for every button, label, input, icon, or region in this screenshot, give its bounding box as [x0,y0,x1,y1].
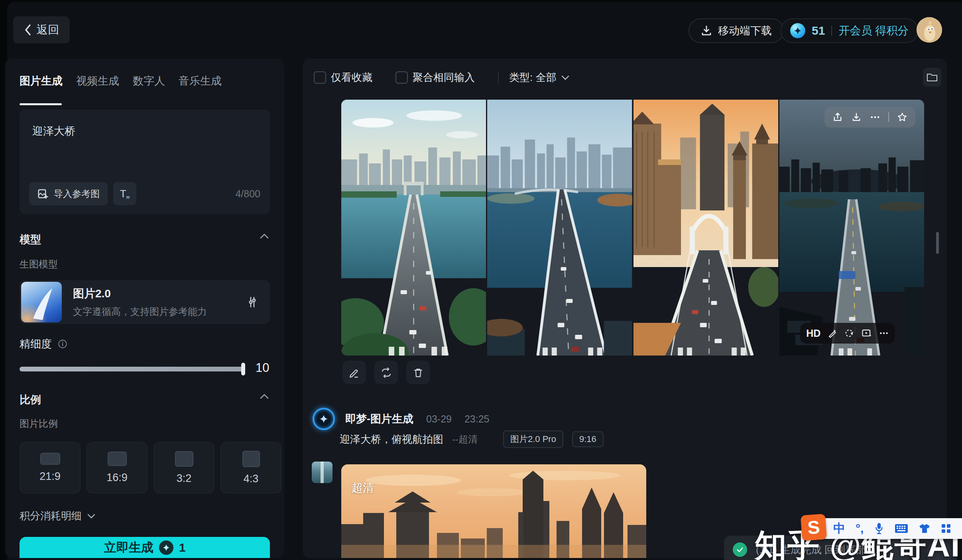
keyboard-icon[interactable] [895,523,908,534]
fineness-row: 精细度 [20,337,68,351]
record2-input-thumbnail[interactable] [312,462,332,483]
ratio-option-21-9[interactable]: 21:9 [20,442,81,493]
text-quote-icon: T„ [120,188,130,200]
ratio-tag[interactable]: 9:16 [572,431,604,447]
model-thumbnail [21,282,62,322]
info-icon[interactable] [57,339,68,349]
magic-edit-icon[interactable] [827,328,838,339]
favorites-checkbox[interactable] [314,71,326,84]
aggregate-checkbox[interactable] [395,71,408,84]
ratio-glyph-16-9 [108,452,127,466]
favorites-label[interactable]: 仅看收藏 [331,71,372,84]
ime-punctuation-toggle[interactable]: °, [856,522,864,535]
import-reference-label: 导入参考图 [54,188,100,200]
model-selector-card[interactable]: 图片2.0 文字遵循高，支持图片参考能力 [20,280,270,324]
fineness-slider-track[interactable] [20,367,245,371]
generated-image-1[interactable] [341,100,486,356]
download-icon[interactable] [851,112,862,123]
ratio-glyph-21-9 [40,453,60,465]
tab-music-generation[interactable]: 音乐生成 [179,74,222,95]
prompt-toolbar: 导入参考图 T„ 4/800 [29,182,260,205]
scrollbar-thumb[interactable] [936,232,939,254]
model-settings-icon[interactable] [246,296,259,308]
ratio-collapse-chevron-icon[interactable] [259,393,270,401]
regenerate-button[interactable] [374,361,398,384]
ratio-options: 21:9 16:9 3:2 4:3 [20,442,281,493]
generate-button[interactable]: 立即生成 1 [20,537,270,558]
ratio-option-3-2[interactable]: 3:2 [153,442,214,493]
record-time: 23:25 [464,413,490,425]
type-filter-dropdown[interactable]: 类型: 全部 [509,71,570,84]
favorite-star-icon[interactable] [897,112,908,123]
app-root: 返回 移动端下载 51 开会员 得积分 图片生成 视频生成 数字人 音乐生 [0,0,962,560]
tab-video-generation[interactable]: 视频生成 [76,74,119,95]
generated-image-2[interactable] [487,100,632,356]
record2-quality-label: 超清 [352,480,374,495]
fineness-label: 精细度 [20,337,52,351]
sogou-logo[interactable]: S [801,514,827,541]
trash-icon [412,367,424,379]
ratio-glyph-4-3 [242,451,260,467]
model-section-title: 模型 [20,232,41,247]
delete-button[interactable] [406,361,430,384]
prompt-text[interactable]: 迎泽大桥 [32,124,75,138]
generated-image-4[interactable] [779,100,924,356]
more-options-icon[interactable] [870,112,881,123]
generated-image-3[interactable] [633,100,778,356]
sidebar-tabs: 图片生成 视频生成 数字人 音乐生成 [20,74,222,95]
membership-label[interactable]: 开会员 得积分 [838,23,909,38]
microphone-icon[interactable] [874,522,884,535]
record-date: 03-29 [426,413,452,425]
jimeng-logo-icon [313,408,335,430]
filter-divider [498,72,499,84]
char-counter: 4/800 [235,188,260,200]
generate-cost: 1 [179,541,186,554]
image-hover-toolbar-bottom: HD [800,323,895,344]
model-info: 图片2.0 文字遵循高，支持图片参考能力 [73,286,207,318]
model-tag[interactable]: 图片2.0 Pro [503,430,563,448]
share-icon[interactable] [832,112,843,123]
toolbar-divider [888,112,889,122]
active-tab-underline [20,103,62,105]
tab-image-generation[interactable]: 图片生成 [20,74,63,95]
credits-detail-toggle[interactable]: 积分消耗明细 [20,509,96,523]
record-prompt-row: 迎泽大桥，俯视航拍图 --超清 图片2.0 Pro 9:16 [340,430,604,448]
back-button[interactable]: 返回 [13,16,70,43]
model-collapse-chevron-icon[interactable] [259,232,270,240]
ratio-option-4-3[interactable]: 4:3 [220,442,281,493]
record-prompt[interactable]: 迎泽大桥，俯视航拍图 [340,432,443,446]
more-options-icon[interactable] [879,328,889,338]
hd-button[interactable]: HD [806,328,820,339]
pencil-icon [348,367,360,379]
credit-star-icon [790,23,805,38]
record-app-name: 即梦-图片生成 [345,412,413,426]
fineness-slider-handle[interactable] [241,363,245,375]
assets-folder-button[interactable] [923,68,941,86]
ratio-option-16-9[interactable]: 16:9 [87,442,148,493]
import-reference-button[interactable]: 导入参考图 [29,182,108,205]
folder-icon [927,73,938,82]
prompt-input-card[interactable]: 迎泽大桥 导入参考图 T„ 4/800 [20,110,270,214]
history-panel: 仅看收藏 聚合相同输入 类型: 全部 [303,59,947,558]
skin-shirt-icon[interactable] [919,523,931,534]
download-icon [700,25,712,37]
credits-membership-pill[interactable]: 51 开会员 得积分 [781,18,918,43]
model-name: 图片2.0 [73,286,207,301]
text-quote-button[interactable]: T„ [113,182,136,205]
inpaint-brush-icon[interactable] [844,328,855,339]
back-label: 返回 [37,22,59,37]
user-avatar[interactable] [917,17,942,43]
mobile-download-button[interactable]: 移动端下载 [689,18,784,43]
tab-digital-human[interactable]: 数字人 [133,74,165,95]
ime-menu-grid-icon[interactable] [941,523,951,534]
image-hover-toolbar-top [824,107,915,128]
image-to-video-icon[interactable] [861,328,872,339]
success-check-icon [733,542,747,557]
record2-result-image[interactable]: 超清 [341,464,646,558]
edit-prompt-button[interactable] [342,361,366,384]
aggregate-label[interactable]: 聚合相同输入 [413,71,475,84]
ratio-glyph-3-2 [175,451,193,467]
ime-lang-toggle[interactable]: 中 [833,521,845,537]
ratio-group-label: 图片比例 [20,417,58,430]
fineness-value: 10 [256,361,269,375]
